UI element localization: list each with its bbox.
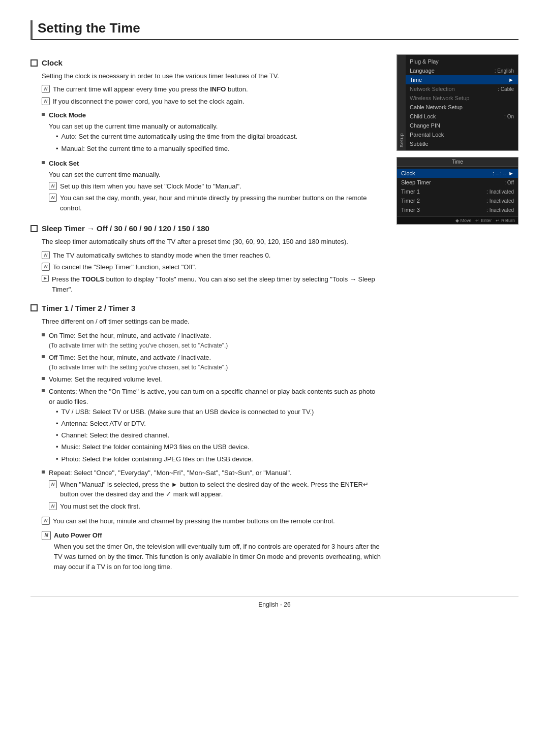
note-icon-5: N [42, 251, 50, 259]
clock-mode-sub-1-text: Auto: Set the current time automatically… [62, 132, 298, 142]
clock-mode-body: You can set up the current time manually… [49, 121, 297, 132]
clock-mode-sub-2-text: Manual: Set the current time to a manual… [62, 144, 230, 154]
sleep-timer-heading-label: Sleep Timer → Off / 30 / 60 / 90 / 120 /… [42, 224, 209, 233]
clock-mode-heading: Clock Mode [49, 111, 86, 119]
language-label: Language [410, 68, 495, 74]
time-clock-value: : -- : -- [493, 171, 506, 176]
timer-contents-sub-1-text: TV / USB: Select TV or USB. (Make sure t… [62, 407, 314, 417]
timer-contents-bullet [42, 389, 45, 392]
note-icon-3: N [49, 182, 57, 190]
screen-row-wireless: Wireless Network Setup [406, 93, 518, 103]
time-screen-clock-row: Clock : -- : -- ► [397, 169, 518, 178]
child-lock-value: : On [504, 114, 514, 119]
clock-set-note-2-text: You can set the day, month, year, hour a… [60, 193, 381, 213]
note-icon-1: N [42, 85, 50, 93]
timer-contents-content: Contents: When the "On Time" is active, … [49, 387, 381, 466]
timer-contents-sub-5-text: Photo: Select the folder containing JPEG… [62, 454, 253, 464]
clock-mode-content: Clock Mode You can set up the current ti… [49, 110, 297, 155]
cable-network-label: Cable Network Setup [410, 104, 514, 110]
right-column: Setup Plug & Play Language : English Tim… [396, 49, 518, 576]
time-screen-sleep-row: Sleep Timer : Off [397, 178, 518, 187]
sub-dot-c3: • [56, 430, 58, 440]
time-timer1-value: : Inactivated [486, 189, 514, 195]
clock-set-note-1: N Set up this item when you have set "Cl… [49, 181, 381, 192]
time-timer1-label: Timer 1 [401, 188, 486, 195]
child-lock-label: Child Lock [410, 113, 504, 119]
auto-power-off-body: When you set the timer On, the televisio… [54, 542, 381, 572]
time-timer3-value: : Inactivated [486, 207, 514, 213]
screen-row-change-pin: Change PIN [406, 121, 518, 130]
tools-icon: ▶ [42, 275, 49, 282]
footer-label: English - 26 [258, 601, 290, 608]
sleep-timer-checkbox-icon [30, 225, 38, 232]
wireless-label: Wireless Network Setup [410, 95, 514, 101]
timer-repeat-note-1: N When "Manual" is selected, press the ►… [49, 480, 381, 499]
clock-set-item: Clock Set You can set the current time m… [42, 159, 381, 215]
time-screen-content: Clock : -- : -- ► Sleep Timer : Off Time… [397, 167, 518, 216]
timer-off-time-bullet [42, 355, 45, 358]
nav-move: ◆ Move [455, 218, 472, 223]
clock-mode-sub-1: • Auto: Set the current time automatical… [56, 132, 297, 142]
timer-on-time-sub: (To activate timer with the setting you'… [49, 341, 228, 351]
clock-note-2-text: If you disconnect the power cord, you ha… [53, 97, 245, 107]
timer-off-time-item: Off Time: Set the hour, minute, and acti… [42, 353, 381, 372]
sleep-timer-note-1: N The TV automatically switches to stand… [42, 250, 381, 261]
timer-extra-note: N You can set the hour, minute and chann… [42, 516, 381, 526]
screen-row-parental: Parental Lock [406, 130, 518, 139]
timer-repeat-note-2: N You must set the clock first. [49, 501, 381, 512]
timer-on-time-item: On Time: Set the hour, minute, and activ… [42, 331, 381, 351]
timer-repeat-bullet [42, 470, 45, 474]
timer-repeat-note-2-text: You must set the clock first. [60, 501, 140, 512]
time-timer2-value: : Inactivated [486, 198, 514, 204]
timer-on-time-content: On Time: Set the hour, minute, and activ… [49, 331, 228, 351]
timer-repeat-text: Repeat: Select "Once", "Everyday", "Mon~… [49, 469, 292, 477]
sleep-timer-intro: The sleep timer automatically shuts off … [42, 237, 381, 247]
sleep-timer-note-2: N To cancel the "Sleep Timer" function, … [42, 262, 381, 272]
timer-on-time-bullet [42, 333, 45, 336]
sleep-timer-note-1-text: The TV automatically switches to standby… [53, 250, 270, 261]
clock-note-1: N The current time will appear every tim… [42, 84, 381, 94]
sub-dot-c1: • [56, 407, 58, 417]
timer-off-time-content: Off Time: Set the hour, minute, and acti… [49, 353, 228, 372]
setup-screen-wrapper: Plug & Play Language : English Time ► [406, 55, 518, 150]
left-column: Clock Setting the clock is necessary in … [30, 49, 381, 576]
screen-row-plug: Plug & Play [406, 57, 518, 66]
time-screen: Time Clock : -- : -- ► Sleep Timer : Off… [396, 157, 518, 225]
note-icon-4: N [49, 194, 57, 202]
timer-contents-sub-4: •Music: Select the folder containing MP3… [56, 442, 381, 452]
time-timer3-label: Timer 3 [401, 207, 486, 213]
timer-body: Three different on / off timer settings … [42, 317, 381, 572]
clock-body: Setting the clock is necessary in order … [42, 71, 381, 215]
network-selection-value: : Cable [498, 86, 514, 92]
time-screen-timer1-row: Timer 1 : Inactivated [397, 187, 518, 196]
clock-set-heading: Clock Set [49, 160, 79, 167]
clock-mode-sub-2: • Manual: Set the current time to a manu… [56, 144, 297, 154]
time-clock-arrow-icon: ► [508, 170, 514, 176]
note-icon-7: N [49, 480, 57, 488]
clock-heading-label: Clock [42, 58, 63, 67]
timer-extra-note-text: You can set the hour, minute and channel… [53, 516, 335, 526]
timer-volume-item: Volume: Set the required volume level. [42, 374, 381, 385]
footer-bar: English - 26 [30, 596, 518, 608]
timer-contents-sub-3-text: Channel: Select the desired channel. [62, 430, 169, 440]
timer-on-time-text: On Time: Set the hour, minute, and activ… [49, 332, 211, 339]
timer-off-time-sub: (To activate timer with the setting you'… [49, 363, 228, 372]
timer-heading: Timer 1 / Timer 2 / Timer 3 [30, 304, 381, 312]
time-clock-label: Clock [401, 170, 493, 176]
sub-dot-2: • [56, 144, 58, 154]
timer-contents-sub-3: •Channel: Select the desired channel. [56, 430, 381, 440]
sleep-timer-note-2-text: To cancel the "Sleep Timer" function, se… [53, 262, 197, 272]
timer-contents-item: Contents: When the "On Time" is active, … [42, 387, 381, 466]
auto-power-off-box: N Auto Power Off When you set the timer … [42, 530, 381, 573]
note-icon-2: N [42, 97, 50, 105]
timer-contents-sub-2: •Antenna: Select ATV or DTV. [56, 419, 381, 429]
timer-intro: Three different on / off timer settings … [42, 317, 381, 327]
change-pin-label: Change PIN [410, 122, 514, 129]
screen-row-child-lock: Child Lock : On [406, 112, 518, 121]
timer-volume-text: Volume: Set the required volume level. [49, 374, 162, 385]
note-icon-6: N [42, 263, 50, 271]
clock-intro: Setting the clock is necessary in order … [42, 71, 381, 81]
main-layout: Clock Setting the clock is necessary in … [30, 49, 518, 576]
clock-checkbox-icon [30, 59, 38, 67]
clock-set-note-1-text: Set up this item when you have set "Cloc… [60, 181, 241, 192]
